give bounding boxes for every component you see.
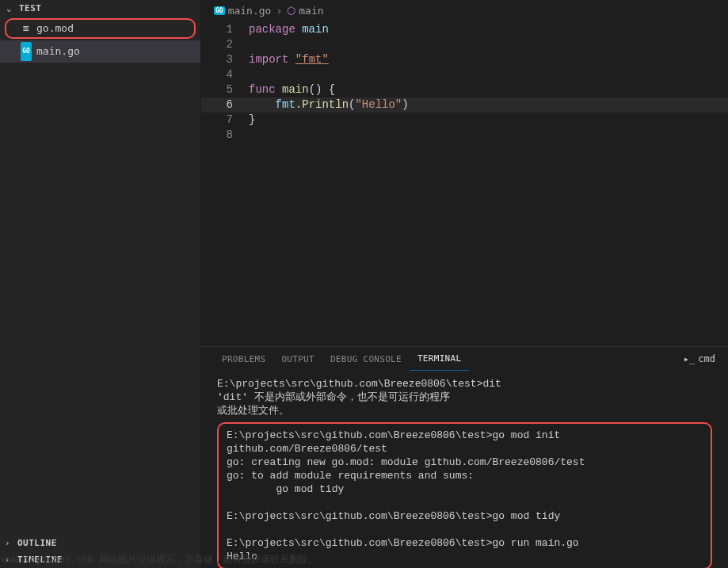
file-list: ≡ go.mod GO main.go [0,17,200,535]
package-icon: ⬡ [287,5,295,17]
code-content: import "fmt" [249,52,329,67]
terminal-line: 或批处理文件。 [217,404,715,417]
file-item-maingo[interactable]: GO main.go [0,40,200,63]
terminal-line: go: to add module requirements and sums: [227,469,703,482]
terminal[interactable]: E:\projects\src\github.com\Breeze0806\te… [201,371,728,568]
code-content: fmt.Println("Hello") [249,97,409,112]
line-number: 6 [201,97,249,112]
line-number: 5 [201,82,249,97]
terminal-icon[interactable]: ▸_ [684,353,695,364]
section-label: OUTLINE [17,538,57,548]
line-number: 1 [201,22,249,37]
explorer-header[interactable]: ⌄ TEST [0,0,200,17]
code-editor[interactable]: 1package main23import "fmt"45func main()… [201,21,728,346]
explorer-title: TEST [19,3,42,13]
tab-terminal[interactable]: TERMINAL [410,347,469,371]
code-line[interactable]: 7} [201,112,728,128]
terminal-line: E:\projects\src\github.com\Breeze0806\te… [227,509,703,523]
terminal-line: go mod tidy [227,482,703,496]
main: GO main.go › ⬡ main 1package main23impor… [201,0,728,568]
code-content: } [249,112,255,128]
panel-actions: ▸_ cmd [684,353,715,364]
code-line[interactable]: 4 [201,67,728,82]
terminal-line: E:\projects\src\github.com\Breeze0806\te… [227,536,703,550]
file-item-gomod[interactable]: ≡ go.mod [5,18,196,39]
code-line[interactable]: 5func main() { [201,82,728,97]
terminal-line [227,523,703,536]
line-number: 8 [201,128,249,143]
code-content: func main() { [249,82,335,97]
terminal-highlight-block: E:\projects\src\github.com\Breeze0806\te… [217,422,712,568]
go-icon: GO [214,6,225,15]
breadcrumb[interactable]: GO main.go › ⬡ main [201,0,728,21]
code-line[interactable]: 8 [201,128,728,143]
breadcrumb-separator: › [276,5,282,17]
chevron-down-icon: ⌄ [6,3,19,13]
watermark: www.toymoban.com 网络图片仅供展示，非存储，如有侵权请联系删除。 [2,553,318,566]
go-icon: GO [19,42,33,61]
gomod-icon: ≡ [19,20,33,37]
chevron-right-icon: › [5,538,17,548]
panel-tabs: PROBLEMS OUTPUT DEBUG CONSOLE TERMINAL ▸… [201,347,728,371]
line-number: 3 [201,52,249,67]
terminal-line: 'dit' 不是内部或外部命令，也不是可运行的程序 [217,391,715,404]
line-number: 4 [201,67,249,82]
code-line[interactable]: 2 [201,37,728,52]
tab-debug-console[interactable]: DEBUG CONSOLE [322,348,410,371]
sidebar: ⌄ TEST ≡ go.mod GO main.go › OUTLINE › T… [0,0,201,568]
file-name: main.go [36,43,80,60]
breadcrumb-file: main.go [228,5,272,17]
line-number: 2 [201,37,249,52]
file-name: go.mod [36,20,74,37]
terminal-line: E:\projects\src\github.com\Breeze0806\te… [227,429,703,456]
tab-problems[interactable]: PROBLEMS [214,348,273,371]
terminal-line: E:\projects\src\github.com\Breeze0806\te… [217,377,715,391]
code-line[interactable]: 6 fmt.Println("Hello") [201,97,728,112]
line-number: 7 [201,112,249,128]
outline-section[interactable]: › OUTLINE [0,535,200,551]
terminal-line [227,496,703,509]
code-line[interactable]: 1package main [201,22,728,37]
bottom-panel: PROBLEMS OUTPUT DEBUG CONSOLE TERMINAL ▸… [201,346,728,568]
code-content: package main [249,22,329,37]
tab-output[interactable]: OUTPUT [273,348,322,371]
shell-label[interactable]: cmd [698,353,715,364]
code-line[interactable]: 3import "fmt" [201,52,728,67]
breadcrumb-symbol: main [299,5,323,17]
terminal-line: go: creating new go.mod: module github.c… [227,456,703,469]
